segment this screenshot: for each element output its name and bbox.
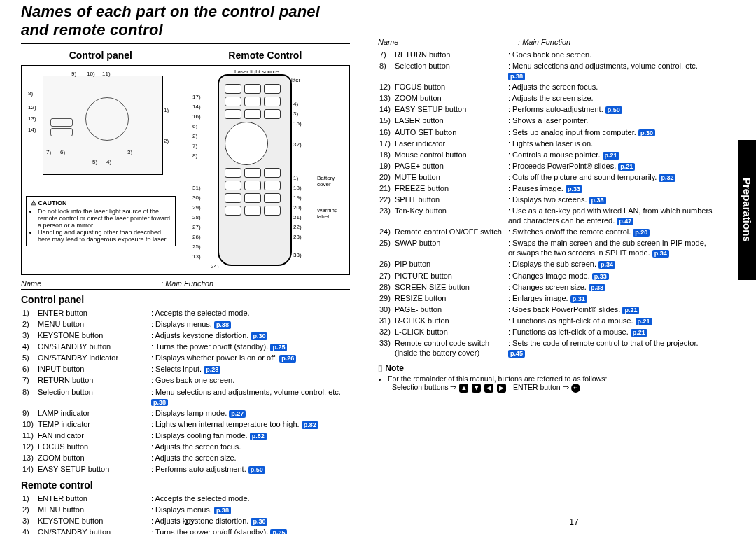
control-panel-diagram: 8) 12) 13) 14) 9) 10) 11) 1) 2) 3) 4) 5)… (43, 76, 163, 175)
title-rule (21, 43, 350, 44)
rc-14: 14) (192, 104, 201, 110)
right-page: Name : Main Function 7)RETURN button: Go… (364, 0, 728, 534)
label-battery-cover: Battery cover (317, 175, 335, 188)
table-row: 31)R-CLICK button: Functions as right-cl… (379, 316, 713, 325)
table-header-right: Name : Main Function (378, 38, 714, 48)
table-row: 3)KEYSTONE button: Adjusts keystone dist… (22, 330, 349, 340)
rc-18: 18) (293, 185, 302, 191)
remote-control-table-left: 1)ENTER button: Accepts the selected mod… (21, 492, 350, 534)
left-arrow-icon: ◀ (484, 384, 493, 393)
table-row: 18)Mouse control button: Controls a mous… (379, 150, 713, 160)
table-row: 24)Remote control ON/OFF switch: Switche… (379, 227, 713, 237)
page-ref-badge: p.20 (633, 229, 650, 237)
table-row: 16)AUTO SET button: Sets up analog input… (379, 127, 713, 137)
rc-29: 29) (192, 204, 201, 211)
note-list: For the remainder of this manual, button… (378, 374, 714, 383)
table-row: 14)EASY SETUP button: Performs auto-adju… (22, 464, 349, 474)
rc-31: 31) (192, 185, 201, 191)
page-title: Names of each part on the control panel … (21, 3, 350, 39)
table-row: 8)Selection button: Menu selections and … (22, 387, 349, 407)
callout-11: 11) (102, 71, 111, 77)
caution-item: Handling and adjusting other than descri… (38, 229, 171, 243)
label-warning-label: Warning label (317, 207, 338, 220)
table-row: 1)ENTER button: Accepts the selected mod… (22, 308, 349, 318)
rc-24: 24) (211, 263, 219, 269)
left-page: Names of each part on the control panel … (0, 0, 364, 534)
side-tab-preparations: Preparations (738, 140, 756, 280)
page-ref-badge: p.21 (631, 329, 648, 337)
callout-6: 6) (60, 149, 65, 155)
note-heading: Note (378, 363, 714, 373)
table-row: 26)PIP button: Displays the sub screen. … (379, 259, 713, 269)
table-row: 15)LASER button: Shows a laser pointer. (379, 115, 713, 125)
table-row: 30)PAGE- button: Goes back PowerPoint® s… (379, 304, 713, 314)
caution-box: CAUTION Do not look into the laser light… (26, 196, 176, 246)
callout-14: 14) (28, 127, 36, 133)
callout-8: 8) (28, 90, 33, 97)
page-number-left: 16 (21, 517, 357, 527)
table-row: 5)ON/STANDBY indicator: Displays whether… (22, 353, 349, 363)
callout-10: 10) (87, 71, 95, 77)
rc-6: 6) (192, 123, 197, 129)
table-row: 25)SWAP button: Swaps the main screen an… (379, 238, 713, 258)
right-arrow-icon: ▶ (497, 384, 506, 393)
table-row: 1)ENTER button: Accepts the selected mod… (22, 493, 349, 503)
caution-list: Do not look into the laser light source … (31, 208, 171, 243)
up-arrow-icon: ▲ (459, 384, 468, 393)
callout-9: 9) (71, 71, 76, 77)
page-ref-badge: p.33 (592, 273, 609, 281)
table-row: 17)Laser indicator: Lights when laser is… (379, 139, 713, 148)
table-row: 13)ZOOM button: Adjusts the screen size. (22, 453, 349, 463)
table-row: 23)Ten-Key button: Use as a ten-key pad … (379, 206, 713, 225)
page-ref-badge: p.82 (250, 433, 267, 440)
rc-17: 17) (192, 94, 201, 100)
page-ref-badge: p.28 (204, 366, 220, 374)
callout-13: 13) (28, 115, 36, 122)
panel-button-icon (50, 128, 73, 136)
table-row: 6)INPUT button: Selects input. p.28 (22, 364, 349, 374)
rc-23: 23) (293, 234, 302, 240)
table-row: 33)Remote control code switch (inside th… (379, 338, 713, 358)
section-control-panel: Control panel (21, 294, 350, 305)
page-ref-badge: p.34 (598, 261, 615, 269)
rc-32: 32) (293, 141, 302, 148)
page-ref-badge: p.50 (248, 466, 265, 474)
page-ref-badge: p.21 (622, 307, 639, 314)
page-ref-badge: p.38 (151, 399, 168, 407)
table-row: 7)RETURN button: Goes back one screen. (379, 50, 713, 59)
page-ref-badge: p.82 (302, 421, 318, 429)
page-ref-badge: p.38 (214, 321, 231, 329)
table-row: 27)PICTURE button: Changes image mode. p… (379, 271, 713, 281)
table-row: 20)MUTE button: Cuts off the picture and… (379, 172, 713, 182)
col-func: : Main Function (518, 38, 714, 46)
page-ref-badge: p.30 (251, 332, 267, 340)
table-row: 4)ON/STANDBY button: Turns the power on/… (22, 527, 349, 534)
rc-7: 7) (192, 143, 197, 149)
page-ref-badge: p.45 (508, 350, 525, 358)
note-line1: For the remainder of this manual, button… (388, 374, 714, 383)
caution-heading: CAUTION (31, 199, 171, 206)
page-ref-badge: p.26 (279, 355, 296, 363)
page-ref-badge: p.31 (570, 295, 587, 303)
rc-22: 22) (293, 224, 302, 230)
callout-4: 4) (106, 159, 111, 165)
rc-21: 21) (293, 214, 302, 220)
table-row: 2)MENU button: Displays menus. p.38 (22, 505, 349, 514)
page-ref-badge: p.21 (636, 318, 652, 325)
rc-26: 26) (192, 234, 201, 240)
page: Names of each part on the control panel … (0, 0, 756, 534)
rc-4: 4) (293, 101, 298, 107)
note-line2: Selection buttons ⇒ ▲ ▼ ◀ ▶ ; ENTER butt… (378, 383, 714, 393)
table-row: 21)FREEZE button: Pauses image. p.33 (379, 183, 713, 193)
rc-33: 33) (293, 252, 302, 258)
page-ref-badge: p.50 (606, 106, 622, 114)
rc-19: 19) (293, 195, 302, 201)
table-row: 14)EASY SETUP button: Performs auto-adju… (379, 104, 713, 114)
rc-27: 27) (192, 224, 201, 230)
rc-25: 25) (192, 244, 201, 250)
callout-5: 5) (92, 159, 97, 165)
col-name: Name (21, 279, 161, 288)
page-ref-badge: p.47 (617, 218, 634, 225)
remote-diagram: Laser light source Remote control transm… (190, 70, 316, 266)
rc-2: 2) (192, 133, 197, 139)
